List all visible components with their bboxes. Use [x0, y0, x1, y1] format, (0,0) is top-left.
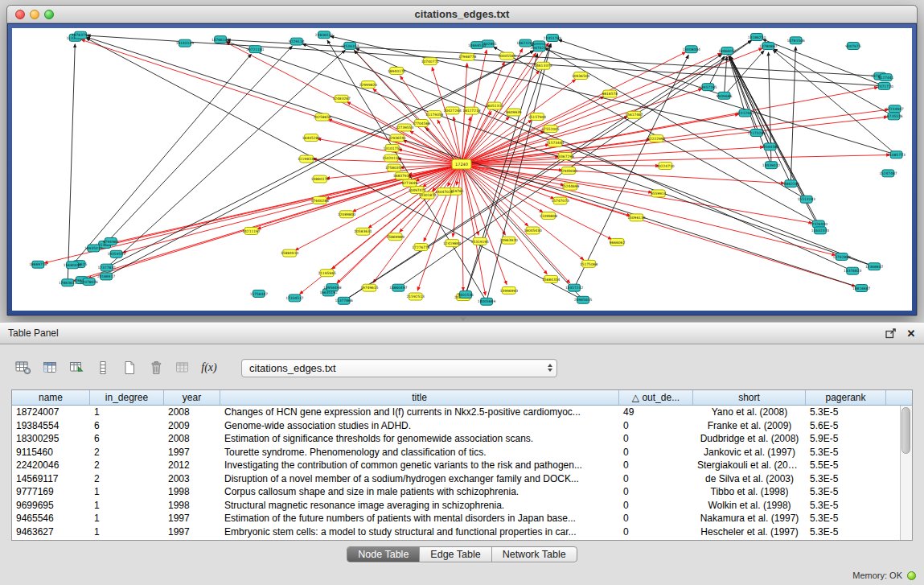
table-row[interactable]: 1938455462009Genome-wide association stu… [12, 419, 900, 433]
network-canvas[interactable]: 1724012859765140470201030187410497471927… [12, 28, 912, 311]
graph-node-label: 10956498 [323, 286, 342, 290]
table-row[interactable]: 911546021997Tourette syndrome. Phenomeno… [12, 446, 900, 459]
tab-network-table[interactable]: Network Table [492, 547, 577, 562]
table-panel: Table Panel ✕ [0, 322, 924, 585]
cell-year: 2012 [164, 459, 220, 472]
graph-node-label: 15020110 [382, 156, 400, 160]
graph-node-label: 12483267 [333, 97, 351, 101]
show-columns-icon[interactable] [39, 357, 60, 378]
tab-edge-table[interactable]: Edge Table [420, 547, 491, 562]
panel-collapse-handle[interactable] [458, 317, 468, 321]
graph-edge[interactable] [708, 56, 724, 87]
graph-node-label: 10936500 [572, 74, 590, 78]
delete-table-icon[interactable] [146, 357, 166, 378]
table-row[interactable]: 2242004622012Investigating the contribut… [12, 459, 900, 472]
column-header-pagerank[interactable]: pagerank [806, 390, 886, 405]
graph-node-label: 17580353 [385, 166, 404, 170]
table-panel-title: Table Panel [8, 328, 59, 339]
table-panel-header: Table Panel ✕ [0, 322, 924, 344]
graph-edge[interactable] [355, 48, 852, 271]
column-header-in_degree[interactable]: in_degree [90, 390, 164, 405]
graph-node-label: 16045430 [524, 229, 542, 233]
graph-edge[interactable] [462, 164, 784, 183]
cell-pagerank: 5.3E-5 [806, 406, 886, 419]
window-titlebar[interactable]: citations_edges.txt [7, 6, 917, 23]
graph-edge[interactable] [462, 164, 659, 166]
table-row[interactable]: 1456911722003Disruption of a novel membe… [12, 472, 900, 486]
table-row[interactable]: 1872400712008Changes of HCN gene express… [12, 406, 900, 419]
function-builder-icon[interactable]: f(x) [199, 357, 220, 378]
table-vertical-scrollbar[interactable] [900, 406, 912, 540]
cell-pagerank: 5.9E-5 [806, 432, 886, 446]
graph-node-label: 14623266 [516, 41, 535, 45]
cell-title: Corpus callosum shape and size in male p… [220, 485, 619, 499]
cell-name: 18724007 [12, 406, 90, 419]
graph-node-label: 12936591 [388, 136, 407, 140]
graph-edge[interactable] [227, 42, 874, 267]
graph-node-label: 18466051 [718, 49, 737, 53]
graph-edge[interactable] [453, 164, 462, 237]
table-body: 1872400712008Changes of HCN gene express… [12, 406, 900, 540]
graph-node-label: 13780867 [759, 44, 778, 48]
graph-edge[interactable] [81, 39, 462, 164]
cell-out_degree: 0 [619, 525, 693, 539]
graph-edge[interactable] [105, 46, 292, 245]
graph-node-label: 15175068 [580, 262, 598, 266]
graph-node-label: 20963920 [499, 238, 518, 242]
merge-table-icon[interactable] [172, 357, 193, 378]
close-panel-button[interactable]: ✕ [905, 327, 918, 340]
import-table-icon[interactable] [66, 357, 87, 378]
desktop: { "window": { "title": "citations_edges.… [0, 0, 924, 585]
graph-edge[interactable] [532, 45, 897, 154]
graph-edge[interactable] [773, 50, 896, 154]
column-header-year[interactable]: year [164, 390, 220, 405]
tab-node-table[interactable]: Node Table [347, 547, 420, 562]
graph-node-label: 19359554 [108, 252, 126, 256]
float-panel-button[interactable] [885, 327, 897, 340]
graph-node-label: 22836522 [315, 33, 334, 37]
cell-year: 1997 [164, 525, 220, 539]
column-header-name[interactable]: name [12, 390, 90, 405]
network-table-selector[interactable]: citations_edges.txt [241, 359, 557, 377]
graph-node-label: 12089800 [338, 212, 356, 216]
graph-edge[interactable] [87, 37, 861, 288]
cell-name: 14569117 [12, 472, 90, 486]
row-height-icon[interactable] [92, 357, 113, 378]
graph-edge[interactable] [355, 51, 462, 164]
table-settings-icon[interactable] [13, 357, 34, 378]
scrollbar-thumb[interactable] [901, 407, 910, 454]
column-header-short[interactable]: short [693, 390, 806, 405]
column-header-out_degree[interactable]: △ out_de... [619, 390, 693, 405]
network-graph[interactable]: 1724012859765140470201030187410497471927… [12, 28, 912, 311]
graph-edge[interactable] [72, 54, 251, 265]
graph-edge[interactable] [462, 48, 762, 164]
table-row[interactable]: 977716911998Corpus callosum shape and si… [12, 485, 900, 499]
graph-edge[interactable] [86, 38, 583, 299]
graph-node-label: 15884910 [281, 251, 299, 255]
cell-short: Dudbridge et al. (2008) [693, 432, 806, 446]
table-row[interactable]: 1830029562008Estimation of significance … [12, 432, 900, 446]
graph-node-label: 9666062 [610, 241, 626, 245]
graph-node-label: 14613373 [534, 64, 552, 68]
table-row[interactable]: 946362711997Embryonic stem cells: a mode… [12, 525, 900, 539]
graph-edge[interactable] [462, 164, 570, 283]
table-row[interactable]: 946554611997Estimation of the future num… [12, 512, 900, 525]
column-header-title[interactable]: title [220, 390, 619, 405]
graph-node-label: 11377866 [335, 299, 353, 303]
graph-edge[interactable] [462, 164, 463, 290]
graph-edge[interactable] [68, 44, 75, 283]
cell-pagerank: 5.3E-5 [806, 472, 886, 486]
graph-edge[interactable] [462, 117, 628, 164]
table-toolbar: f(x) citations_edges.txt [0, 354, 924, 381]
cell-year: 2009 [164, 419, 220, 433]
graph-node-label: 9794962 [103, 240, 119, 244]
new-table-icon[interactable] [119, 357, 140, 378]
table-row[interactable]: 969969511998Structural magnetic resonanc… [12, 499, 900, 513]
cell-out_degree: 0 [619, 446, 693, 459]
graph-edge[interactable] [762, 39, 884, 86]
graph-node-label: 18940174 [388, 69, 406, 73]
status-bar: Memory: OK [0, 566, 924, 585]
graph-node-label: 14536317 [341, 44, 359, 48]
graph-node-label: 15319195 [471, 240, 490, 244]
cell-title: Investigating the contribution of common… [220, 459, 619, 472]
